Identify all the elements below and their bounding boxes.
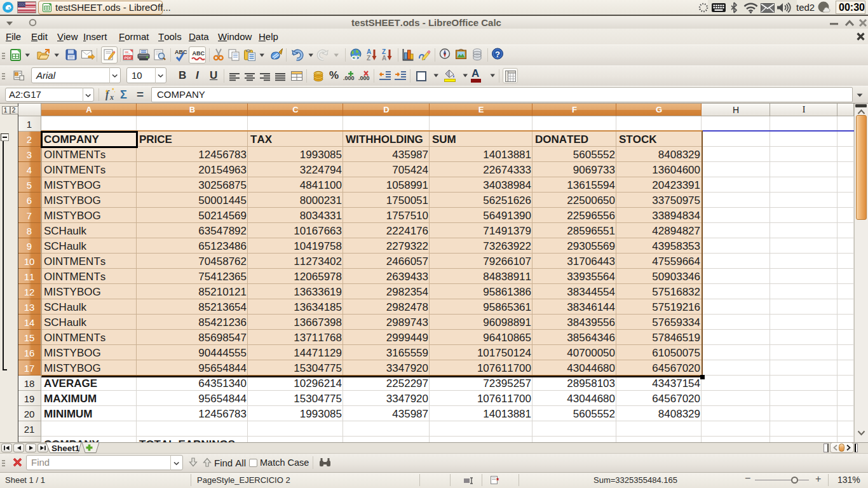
svg-text:*: * [496,477,499,484]
svg-text:Z: Z [367,55,370,62]
svg-text:.000: .000 [358,75,370,81]
svg-text:x: x [109,93,114,102]
svg-text:ABC: ABC [193,50,205,57]
svg-text:PDF: PDF [125,56,132,60]
svg-text:A: A [382,55,386,62]
svg-text:ABC: ABC [175,49,187,55]
svg-text:?: ? [495,50,500,59]
svg-text:.000: .000 [343,75,355,81]
